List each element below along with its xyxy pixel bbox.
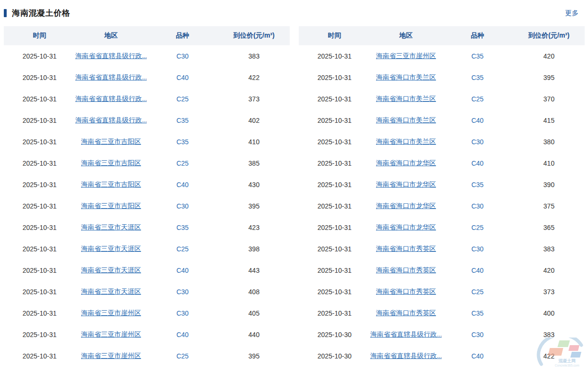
- region-link[interactable]: 海南省海口市秀英区: [370, 309, 442, 318]
- price-value: 395: [513, 74, 585, 81]
- more-link[interactable]: 更多: [565, 9, 578, 18]
- price-tables: 时间 地区 品种 到位价(元/m³) 2025-10-31海南省省直辖县级行政.…: [0, 20, 588, 367]
- date-cell: 2025-10-30: [299, 331, 370, 338]
- price-value: 385: [218, 159, 290, 167]
- region-link[interactable]: 海南省海口市秀英区: [370, 245, 442, 253]
- region-link[interactable]: 海南省海口市龙华区: [370, 180, 442, 189]
- price-value: 383: [218, 52, 290, 60]
- region-link[interactable]: 海南省三亚市吉阳区: [75, 159, 147, 168]
- region-link[interactable]: 海南省海口市龙华区: [370, 223, 442, 232]
- grade-link[interactable]: C40: [442, 159, 513, 167]
- grade-link[interactable]: C40: [147, 181, 218, 189]
- region-link[interactable]: 海南省三亚市天涯区: [75, 223, 147, 232]
- grade-link[interactable]: C25: [147, 159, 218, 167]
- price-value: 390: [513, 181, 585, 189]
- date-cell: 2025-10-31: [4, 52, 75, 60]
- region-link[interactable]: 海南省省直辖县级行政...: [75, 52, 147, 60]
- grade-link[interactable]: C30: [442, 202, 513, 210]
- price-value: 443: [218, 267, 290, 274]
- column-header-grade: 品种: [442, 31, 513, 40]
- grade-link[interactable]: C30: [147, 202, 218, 210]
- price-value: 375: [513, 202, 585, 210]
- region-link[interactable]: 海南省三亚市崖州区: [75, 352, 147, 360]
- region-link[interactable]: 海南省三亚市崖州区: [75, 309, 147, 318]
- date-cell: 2025-10-31: [4, 74, 75, 81]
- grade-link[interactable]: C25: [442, 95, 513, 103]
- grade-link[interactable]: C25: [442, 224, 513, 231]
- region-link[interactable]: 海南省三亚市吉阳区: [75, 202, 147, 210]
- price-value: 398: [218, 245, 290, 253]
- region-link[interactable]: 海南省三亚市吉阳区: [75, 138, 147, 146]
- table-row: 2025-10-31海南省海口市秀英区C35400: [299, 302, 585, 324]
- date-cell: 2025-10-31: [4, 331, 75, 338]
- region-link[interactable]: 海南省省直辖县级行政...: [75, 95, 147, 103]
- region-link[interactable]: 海南省海口市龙华区: [370, 159, 442, 168]
- price-value: 415: [513, 117, 585, 124]
- region-link[interactable]: 海南省三亚市天涯区: [75, 288, 147, 296]
- grade-link[interactable]: C40: [147, 267, 218, 274]
- table-row: 2025-10-31海南省海口市龙华区C30375: [299, 195, 585, 217]
- region-link[interactable]: 海南省省直辖县级行政...: [370, 330, 442, 339]
- grade-link[interactable]: C40: [147, 331, 218, 338]
- region-link[interactable]: 海南省海口市美兰区: [370, 116, 442, 125]
- grade-link[interactable]: C30: [147, 288, 218, 296]
- price-value: 430: [218, 181, 290, 189]
- table-row: 2025-10-31海南省三亚市崖州区C40440: [4, 324, 290, 345]
- grade-link[interactable]: C30: [147, 52, 218, 60]
- column-header-grade: 品种: [147, 31, 218, 40]
- grade-link[interactable]: C40: [442, 117, 513, 124]
- grade-link[interactable]: C35: [442, 74, 513, 81]
- grade-link[interactable]: C25: [147, 95, 218, 103]
- region-link[interactable]: 海南省海口市美兰区: [370, 95, 442, 103]
- region-link[interactable]: 海南省三亚市崖州区: [370, 52, 442, 60]
- grade-link[interactable]: C30: [442, 138, 513, 146]
- column-header-region: 地区: [370, 31, 442, 40]
- grade-link[interactable]: C35: [442, 181, 513, 189]
- column-header-price: 到位价(元/m³): [513, 31, 585, 40]
- region-link[interactable]: 海南省海口市秀英区: [370, 266, 442, 275]
- date-cell: 2025-10-31: [299, 224, 370, 231]
- table-row: 2025-10-31海南省海口市秀英区C40420: [299, 259, 585, 281]
- grade-link[interactable]: C30: [442, 245, 513, 253]
- table-row: 2025-10-31海南省海口市秀英区C30383: [299, 238, 585, 259]
- grade-link[interactable]: C40: [442, 267, 513, 274]
- region-link[interactable]: 海南省海口市秀英区: [370, 288, 442, 296]
- price-value: 402: [218, 117, 290, 124]
- region-link[interactable]: 海南省海口市龙华区: [370, 202, 442, 210]
- region-link[interactable]: 海南省三亚市天涯区: [75, 266, 147, 275]
- grade-link[interactable]: C35: [147, 224, 218, 231]
- price-value: 423: [218, 224, 290, 231]
- region-link[interactable]: 海南省省直辖县级行政...: [75, 73, 147, 82]
- grade-link[interactable]: C30: [442, 331, 513, 338]
- grade-link[interactable]: C35: [147, 138, 218, 146]
- grade-link[interactable]: C35: [442, 52, 513, 60]
- table-row: 2025-10-31海南省海口市秀英区C25373: [299, 281, 585, 302]
- grade-link[interactable]: C35: [147, 117, 218, 124]
- date-cell: 2025-10-31: [4, 202, 75, 210]
- date-cell: 2025-10-31: [299, 267, 370, 274]
- grade-link[interactable]: C25: [147, 245, 218, 253]
- table-header-row: 时间 地区 品种 到位价(元/m³): [299, 26, 585, 45]
- region-link[interactable]: 海南省三亚市崖州区: [75, 330, 147, 339]
- price-table-left: 时间 地区 品种 到位价(元/m³) 2025-10-31海南省省直辖县级行政.…: [4, 26, 290, 367]
- region-link[interactable]: 海南省三亚市吉阳区: [75, 180, 147, 189]
- grade-link[interactable]: C40: [147, 74, 218, 81]
- grade-link[interactable]: C25: [147, 352, 218, 360]
- grade-link[interactable]: C40: [442, 352, 513, 360]
- price-table-right: 时间 地区 品种 到位价(元/m³) 2025-10-31海南省三亚市崖州区C3…: [299, 26, 585, 367]
- table-row: 2025-10-31海南省海口市美兰区C25370: [299, 88, 585, 109]
- grade-link[interactable]: C25: [442, 288, 513, 296]
- region-link[interactable]: 海南省海口市美兰区: [370, 138, 442, 146]
- grade-link[interactable]: C30: [147, 309, 218, 317]
- grade-link[interactable]: C35: [442, 309, 513, 317]
- table-row: 2025-10-31海南省海口市龙华区C35390: [299, 174, 585, 195]
- region-link[interactable]: 海南省省直辖县级行政...: [370, 352, 442, 360]
- date-cell: 2025-10-31: [4, 245, 75, 253]
- region-link[interactable]: 海南省海口市美兰区: [370, 73, 442, 82]
- column-header-time: 时间: [299, 31, 370, 40]
- region-link[interactable]: 海南省三亚市天涯区: [75, 245, 147, 253]
- table-row: 2025-10-31海南省海口市龙华区C25365: [299, 217, 585, 238]
- region-link[interactable]: 海南省省直辖县级行政...: [75, 116, 147, 125]
- table-row: 2025-10-30海南省省直辖县级行政...C30383: [299, 324, 585, 345]
- table-row: 2025-10-31海南省省直辖县级行政...C25373: [4, 88, 290, 109]
